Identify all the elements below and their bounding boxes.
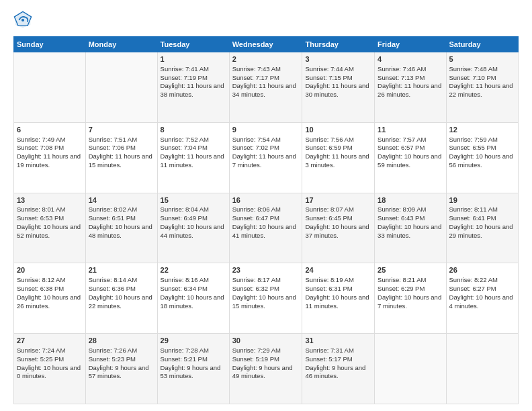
calendar-day-cell: 16Sunrise: 8:06 AMSunset: 6:47 PMDayligh… [229, 193, 302, 263]
day-info-line: Sunrise: 7:43 AM [232, 65, 300, 74]
day-number: 16 [232, 195, 300, 205]
day-info-line: Sunset: 7:02 PM [232, 144, 300, 152]
day-info-line: Daylight: 11 hours and 34 minutes. [232, 82, 300, 99]
day-info-line: Sunset: 7:10 PM [449, 74, 515, 83]
day-info-line: Sunset: 6:32 PM [232, 285, 300, 293]
day-info-line: Sunset: 6:45 PM [305, 214, 371, 223]
day-info-line: Sunset: 6:55 PM [449, 144, 515, 152]
day-info-line: Daylight: 10 hours and 33 minutes. [378, 223, 443, 240]
day-info-line: Sunset: 5:19 PM [232, 355, 300, 364]
calendar-day-cell: 5Sunrise: 7:48 AMSunset: 7:10 PMDaylight… [446, 52, 518, 123]
day-number: 26 [449, 265, 515, 275]
calendar-day-cell: 23Sunrise: 8:17 AMSunset: 6:32 PMDayligh… [229, 263, 302, 334]
day-info-line: Sunrise: 8:04 AM [161, 205, 226, 214]
calendar-day-cell: 2Sunrise: 7:43 AMSunset: 7:17 PMDaylight… [229, 52, 302, 123]
calendar-week-row: 27Sunrise: 7:24 AMSunset: 5:25 PMDayligh… [14, 334, 519, 404]
day-info-line: Daylight: 11 hours and 38 minutes. [161, 82, 226, 99]
calendar-day-cell: 8Sunrise: 7:52 AMSunset: 7:04 PMDaylight… [157, 122, 229, 193]
day-number: 1 [161, 54, 226, 64]
day-info-line: Sunrise: 8:11 AM [449, 205, 515, 214]
day-info-line: Sunset: 7:04 PM [161, 144, 226, 152]
day-info-line: Sunrise: 8:07 AM [305, 205, 371, 214]
day-info-line: Sunrise: 8:12 AM [17, 276, 83, 285]
day-info-line: Daylight: 11 hours and 22 minutes. [449, 82, 515, 99]
day-info-line: Sunrise: 7:57 AM [378, 136, 443, 144]
calendar-day-cell: 13Sunrise: 8:01 AMSunset: 6:53 PMDayligh… [14, 193, 86, 263]
calendar-day-cell: 30Sunrise: 7:29 AMSunset: 5:19 PMDayligh… [229, 334, 302, 404]
calendar-day-cell: 9Sunrise: 7:54 AMSunset: 7:02 PMDaylight… [229, 122, 302, 193]
day-info-line: Sunset: 6:41 PM [449, 214, 515, 223]
day-info-line: Sunset: 6:29 PM [378, 285, 443, 293]
calendar-week-row: 13Sunrise: 8:01 AMSunset: 6:53 PMDayligh… [14, 193, 519, 263]
day-info-line: Sunset: 7:06 PM [89, 144, 154, 152]
logo [13, 11, 35, 30]
day-info-line: Sunrise: 8:19 AM [305, 276, 371, 285]
day-info-line: Daylight: 11 hours and 19 minutes. [17, 152, 83, 170]
day-number: 14 [89, 195, 154, 205]
day-number: 4 [378, 54, 443, 64]
day-info-line: Sunset: 5:17 PM [305, 355, 371, 364]
day-info-line: Daylight: 11 hours and 3 minutes. [305, 152, 371, 170]
day-info-line: Sunset: 6:47 PM [232, 214, 300, 223]
day-info-line: Sunrise: 7:44 AM [305, 65, 371, 74]
calendar-week-row: 6Sunrise: 7:49 AMSunset: 7:08 PMDaylight… [14, 122, 519, 193]
day-number: 12 [449, 125, 515, 135]
calendar-day-cell: 28Sunrise: 7:26 AMSunset: 5:23 PMDayligh… [85, 334, 157, 404]
calendar-header-monday: Monday [85, 37, 157, 52]
day-info-line: Sunrise: 8:09 AM [378, 205, 443, 214]
day-info-line: Daylight: 11 hours and 7 minutes. [232, 152, 300, 170]
calendar-day-cell: 14Sunrise: 8:02 AMSunset: 6:51 PMDayligh… [85, 193, 157, 263]
header [13, 11, 519, 30]
day-number: 13 [17, 195, 83, 205]
day-info-line: Daylight: 10 hours and 59 minutes. [378, 152, 443, 170]
day-info-line: Sunrise: 8:01 AM [17, 205, 83, 214]
calendar-day-cell: 7Sunrise: 7:51 AMSunset: 7:06 PMDaylight… [85, 122, 157, 193]
day-number: 9 [232, 125, 300, 135]
day-info-line: Sunset: 6:49 PM [161, 214, 226, 223]
day-number: 27 [17, 336, 83, 346]
calendar-header-row: SundayMondayTuesdayWednesdayThursdayFrid… [14, 37, 519, 52]
day-info-line: Sunrise: 7:41 AM [161, 65, 226, 74]
day-info-line: Daylight: 10 hours and 15 minutes. [232, 293, 300, 311]
day-number: 31 [305, 336, 371, 346]
calendar-day-cell: 12Sunrise: 7:59 AMSunset: 6:55 PMDayligh… [446, 122, 518, 193]
day-info-line: Sunset: 5:21 PM [161, 355, 226, 364]
calendar-day-cell: 26Sunrise: 8:22 AMSunset: 6:27 PMDayligh… [446, 263, 518, 334]
calendar-header-sunday: Sunday [14, 37, 86, 52]
day-info-line: Sunrise: 7:54 AM [232, 136, 300, 144]
day-info-line: Sunrise: 8:21 AM [378, 276, 443, 285]
day-info-line: Daylight: 11 hours and 30 minutes. [305, 82, 371, 99]
day-info-line: Daylight: 10 hours and 4 minutes. [449, 293, 515, 311]
calendar-day-cell: 18Sunrise: 8:09 AMSunset: 6:43 PMDayligh… [375, 193, 446, 263]
day-info-line: Sunset: 7:15 PM [305, 74, 371, 83]
day-info-line: Sunset: 6:27 PM [449, 285, 515, 293]
calendar-day-cell [14, 52, 86, 123]
day-number: 11 [378, 125, 443, 135]
calendar-day-cell: 25Sunrise: 8:21 AMSunset: 6:29 PMDayligh… [375, 263, 446, 334]
day-info-line: Sunrise: 7:56 AM [305, 136, 371, 144]
calendar-day-cell [446, 334, 518, 404]
day-info-line: Sunset: 6:34 PM [161, 285, 226, 293]
calendar-day-cell: 11Sunrise: 7:57 AMSunset: 6:57 PMDayligh… [375, 122, 446, 193]
day-info-line: Sunrise: 7:31 AM [305, 347, 371, 355]
day-info-line: Daylight: 10 hours and 0 minutes. [17, 364, 83, 381]
day-info-line: Sunrise: 7:59 AM [449, 136, 515, 144]
calendar-day-cell: 15Sunrise: 8:04 AMSunset: 6:49 PMDayligh… [157, 193, 229, 263]
calendar-header-saturday: Saturday [446, 37, 518, 52]
day-info-line: Sunset: 7:19 PM [161, 74, 226, 83]
day-info-line: Sunset: 5:23 PM [89, 355, 154, 364]
day-info-line: Daylight: 10 hours and 52 minutes. [17, 223, 83, 240]
day-info-line: Sunset: 7:13 PM [378, 74, 443, 83]
day-info-line: Daylight: 9 hours and 49 minutes. [232, 364, 300, 381]
calendar-day-cell: 1Sunrise: 7:41 AMSunset: 7:19 PMDaylight… [157, 52, 229, 123]
day-number: 18 [378, 195, 443, 205]
day-number: 7 [89, 125, 154, 135]
day-info-line: Daylight: 11 hours and 26 minutes. [378, 82, 443, 99]
day-info-line: Sunset: 6:38 PM [17, 285, 83, 293]
calendar-day-cell: 24Sunrise: 8:19 AMSunset: 6:31 PMDayligh… [302, 263, 375, 334]
day-info-line: Sunrise: 8:22 AM [449, 276, 515, 285]
day-info-line: Daylight: 11 hours and 15 minutes. [89, 152, 154, 170]
calendar-day-cell: 6Sunrise: 7:49 AMSunset: 7:08 PMDaylight… [14, 122, 86, 193]
calendar-header-friday: Friday [375, 37, 446, 52]
day-info-line: Daylight: 10 hours and 56 minutes. [449, 152, 515, 170]
